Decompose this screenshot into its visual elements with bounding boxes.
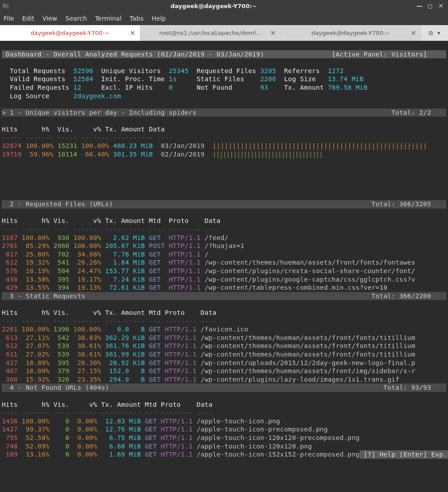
menu-tabs[interactable]: Tabs <box>130 15 144 22</box>
terminal-output[interactable]: Dashboard - Overall Analyzed Requests (0… <box>0 41 448 492</box>
tab-1[interactable]: daygeek@daygeek-Y700:~ ✕ <box>0 25 140 41</box>
menu-search[interactable]: Search <box>65 15 87 22</box>
tab-close-icon[interactable]: ✕ <box>130 29 135 37</box>
window-close-button[interactable]: ✕ <box>437 2 444 9</box>
window-title: daygeek@daygeek-Y700:~ <box>12 3 416 9</box>
tab-label: daygeek@daygeek-Y700:~ <box>311 30 390 36</box>
window-maximize-button[interactable]: ◻ <box>426 2 434 9</box>
tab-menu-icon[interactable]: ▾ <box>437 30 440 36</box>
menu-terminal[interactable]: Terminal <box>95 15 122 22</box>
tabbar: daygeek@daygeek-Y700:~ ✕ root@ns1:/usr/l… <box>0 25 448 41</box>
menu-view[interactable]: View <box>43 15 57 22</box>
tab-close-icon[interactable]: ✕ <box>270 29 276 37</box>
menu-file[interactable]: File <box>4 15 14 22</box>
tab-2[interactable]: root@ns1:/usr/local/apache/doml... ✕ <box>140 25 281 41</box>
tab-label: root@ns1:/usr/local/apache/doml... <box>159 30 261 36</box>
window-minimize-button[interactable]: — <box>416 2 423 9</box>
tab-label: daygeek@daygeek-Y700:~ <box>30 30 109 36</box>
new-tab-icon[interactable]: ⧉ <box>429 30 433 37</box>
menu-edit[interactable]: Edit <box>22 15 34 22</box>
tab-3[interactable]: daygeek@daygeek-Y700:~ ✕ <box>281 25 421 41</box>
menu-help[interactable]: Help <box>152 15 166 22</box>
window-titlebar: daygeek@daygeek-Y700:~ — ◻ ✕ <box>0 0 448 12</box>
dashboard-title: Dashboard - Overall Analyzed Requests (0… <box>2 51 264 58</box>
terminal-icon <box>0 0 12 12</box>
active-panel-label: [Active Panel: Visitors] <box>332 51 431 58</box>
tab-close-icon[interactable]: ✕ <box>410 29 416 37</box>
menubar: File Edit View Search Terminal Tabs Help <box>0 12 448 25</box>
